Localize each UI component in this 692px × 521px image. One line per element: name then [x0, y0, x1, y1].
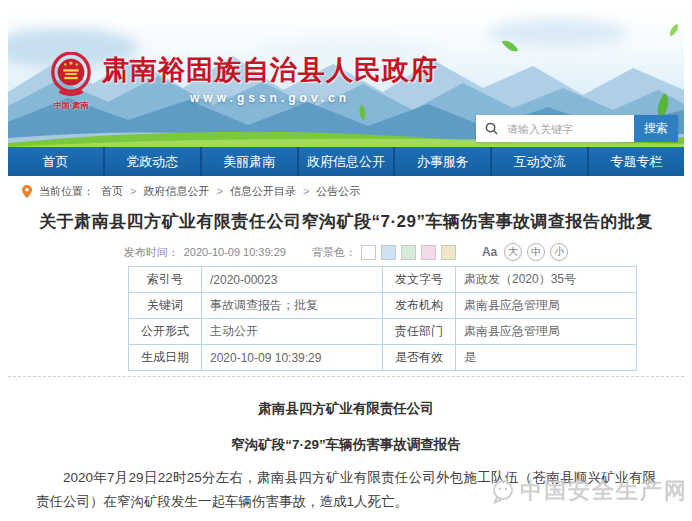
font-size-medium-button[interactable]: 中	[527, 243, 545, 261]
font-size-large-button[interactable]: 大	[504, 243, 522, 261]
search-icon	[485, 122, 498, 135]
font-size-label: Aa	[482, 245, 497, 259]
bgcolor-swatch-yellow[interactable]	[441, 245, 456, 260]
font-size-small-button[interactable]: 小	[550, 243, 568, 261]
page-title: 关于肃南县四方矿业有限责任公司窄沟矿段“7·29”车辆伤害事故调查报告的批复	[30, 210, 662, 233]
site-url: www.gssn.gov.cn	[190, 91, 350, 105]
info-table-value: 事故调查报告；批复	[202, 293, 383, 319]
location-pin-icon	[22, 185, 32, 198]
content-divider	[8, 376, 684, 377]
breadcrumb-current[interactable]: 公告公示	[316, 184, 360, 199]
search-input[interactable]	[505, 122, 634, 136]
table-row: 索引号 /2020-00023 发文字号 肃政发（2020）35号	[129, 267, 637, 293]
table-row: 生成日期 2020-10-09 10:39:29 是否有效 是	[129, 345, 637, 371]
search-box: 搜索	[476, 115, 678, 142]
info-table-value: 2020-10-09 10:39:29	[202, 345, 383, 371]
breadcrumb-label: 当前位置：	[39, 184, 94, 199]
table-row: 公开形式 主动公开 责任部门 肃南县应急管理局	[129, 319, 637, 345]
breadcrumb-link-info-directory[interactable]: 信息公开目录	[230, 184, 296, 199]
breadcrumb-separator: >	[216, 185, 222, 197]
info-table-value: 肃南县应急管理局	[456, 319, 637, 345]
doc-heading-report: 窄沟矿段“7·29”车辆伤害事故调查报告	[0, 436, 692, 454]
emblem-caption: 中国·肃南	[54, 100, 89, 111]
nav-item-beautiful-sunan[interactable]: 美丽肃南	[200, 147, 297, 176]
table-row: 关键词 事故调查报告；批复 发布机构 肃南县应急管理局	[129, 293, 637, 319]
info-table-value: 主动公开	[202, 319, 383, 345]
main-nav: 首页 党政动态 美丽肃南 政府信息公开 办事服务 互动交流 专题专栏	[8, 147, 684, 176]
page-container: 中国·肃南 肃南裕固族自治县人民政府 www.gssn.gov.cn 搜索 首页…	[0, 0, 692, 521]
site-banner: 中国·肃南 肃南裕固族自治县人民政府 www.gssn.gov.cn 搜索	[8, 10, 684, 147]
nav-item-interaction[interactable]: 互动交流	[490, 147, 587, 176]
breadcrumb-separator: >	[130, 185, 136, 197]
info-table-label: 公开形式	[129, 319, 202, 345]
info-table-label: 索引号	[129, 267, 202, 293]
breadcrumb: 当前位置： 首页 > 政府信息公开 > 信息公开目录 > 公告公示	[8, 178, 684, 204]
site-logo: 中国·肃南 肃南裕固族自治县人民政府 www.gssn.gov.cn	[50, 52, 438, 111]
bgcolor-swatch-white[interactable]	[361, 245, 376, 260]
nav-item-home[interactable]: 首页	[8, 147, 103, 176]
breadcrumb-link-gov-info[interactable]: 政府信息公开	[143, 184, 209, 199]
nav-item-services[interactable]: 办事服务	[393, 147, 490, 176]
national-emblem-icon	[50, 52, 92, 98]
info-table-value: 肃南县应急管理局	[456, 293, 637, 319]
info-table-label: 是否有效	[383, 345, 456, 371]
info-table-value: 是	[456, 345, 637, 371]
bgcolor-label: 背景色：	[312, 245, 356, 260]
info-table-value: 肃政发（2020）35号	[456, 267, 637, 293]
nav-item-gov-info-disclosure[interactable]: 政府信息公开	[297, 147, 394, 176]
publish-time-value: 2020-10-09 10:39:29	[184, 246, 286, 258]
bgcolor-swatch-green[interactable]	[401, 245, 416, 260]
info-table-label: 责任部门	[383, 319, 456, 345]
info-table-label: 发文字号	[383, 267, 456, 293]
search-button[interactable]: 搜索	[634, 115, 678, 142]
nav-item-special-topics[interactable]: 专题专栏	[587, 147, 684, 176]
breadcrumb-link-home[interactable]: 首页	[101, 184, 123, 199]
bgcolor-swatch-blue[interactable]	[381, 245, 396, 260]
doc-paragraph: 2020年7月29日22时25分左右，肃南县四方矿业有限责任公司外包施工队伍（苍…	[36, 466, 656, 514]
article-meta-bar: 发布时间： 2020-10-09 10:39:29 背景色： Aa 大 中 小	[0, 243, 692, 261]
info-table-label: 发布机构	[383, 293, 456, 319]
bgcolor-swatch-pink[interactable]	[421, 245, 436, 260]
publish-time-label: 发布时间：	[124, 245, 179, 260]
breadcrumb-separator: >	[303, 185, 309, 197]
doc-heading-company: 肃南县四方矿业有限责任公司	[0, 400, 692, 418]
site-title: 肃南裕固族自治县人民政府	[102, 52, 438, 88]
info-table-label: 生成日期	[129, 345, 202, 371]
nav-item-party-news[interactable]: 党政动态	[103, 147, 200, 176]
info-table-value: /2020-00023	[202, 267, 383, 293]
info-table-label: 关键词	[129, 293, 202, 319]
document-info-table: 索引号 /2020-00023 发文字号 肃政发（2020）35号 关键词 事故…	[128, 266, 637, 371]
